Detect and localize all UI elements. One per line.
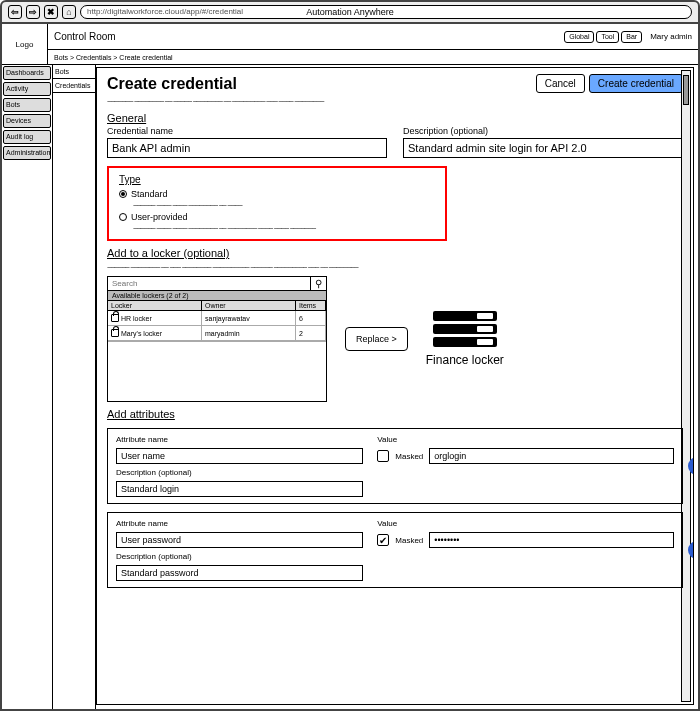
attr-desc-input[interactable] <box>116 481 363 497</box>
attr-value-input[interactable] <box>429 448 674 464</box>
replace-button[interactable]: Replace > <box>345 327 408 351</box>
locker-row[interactable]: Mary's locker <box>108 326 202 341</box>
tab-credentials[interactable]: Credentials <box>53 79 95 93</box>
browser-toolbar: ⇦ ⇨ ✖ ⌂ http://digitalworkforce.cloud/ap… <box>0 0 700 24</box>
radio-user-provided[interactable] <box>119 213 127 221</box>
create-credential-button[interactable]: Create credential <box>589 74 683 93</box>
back-icon[interactable]: ⇦ <box>8 5 22 19</box>
attr-name-label: Attribute name <box>116 435 363 444</box>
credential-name-input[interactable] <box>107 138 387 158</box>
close-icon[interactable]: ✖ <box>44 5 58 19</box>
credential-name-label: Credential name <box>107 126 387 136</box>
attr-desc-label: Description (optional) <box>116 552 363 561</box>
masked-label: Masked <box>395 536 423 545</box>
control-room-label: Control Room <box>54 31 116 42</box>
masked-checkbox[interactable]: ✔ <box>377 534 389 546</box>
nav-activity[interactable]: Activity <box>3 82 51 96</box>
section-locker: Add to a locker (optional) <box>107 247 683 259</box>
radio-user-provided-label: User-provided <box>131 212 188 222</box>
main-panel: Create credential Cancel Create credenti… <box>96 67 694 705</box>
value-label: Value <box>377 435 674 444</box>
toolbar-pills: Global Tool Bar <box>564 31 642 43</box>
left-nav: Dashboards Activity Bots Devices Audit l… <box>2 65 52 709</box>
window-title: Automation Anywhere <box>306 7 394 17</box>
section-general: General <box>107 112 683 124</box>
pill-tool[interactable]: Tool <box>596 31 619 43</box>
server-icon <box>433 311 497 347</box>
attr-name-input[interactable] <box>116 532 363 548</box>
scrollbar-thumb[interactable] <box>683 75 689 105</box>
home-icon[interactable]: ⌂ <box>62 5 76 19</box>
forward-icon[interactable]: ⇨ <box>26 5 40 19</box>
col-owner: Owner <box>202 301 296 311</box>
placeholder-text: ~~~~~~ ~~~~~~~~ ~~ ~~~ ~~~~~~~~ ~~~~~~~~… <box>107 263 683 272</box>
nav-audit-log[interactable]: Audit log <box>3 130 51 144</box>
col-locker: Locker <box>108 301 202 311</box>
nav-bots[interactable]: Bots <box>3 98 51 112</box>
logo: Logo <box>2 24 48 64</box>
current-user[interactable]: Mary admin <box>650 32 692 41</box>
radio-standard[interactable] <box>119 190 127 198</box>
available-lockers-count: Available lockers (2 of 2) <box>108 291 326 301</box>
locker-row[interactable]: HR locker <box>108 311 202 326</box>
scrollbar[interactable] <box>681 70 691 702</box>
lock-icon <box>111 329 119 337</box>
pill-global[interactable]: Global <box>564 31 594 43</box>
attr-name-label: Attribute name <box>116 519 363 528</box>
pill-bar[interactable]: Bar <box>621 31 642 43</box>
selected-locker-name: Finance locker <box>426 353 504 367</box>
section-attributes: Add attributes <box>107 408 683 420</box>
masked-checkbox[interactable] <box>377 450 389 462</box>
breadcrumb: Bots > Credentials > Create credential <box>48 50 698 64</box>
available-lockers-panel: ⚲ Available lockers (2 of 2) Locker Owne… <box>107 276 327 402</box>
selected-locker: Finance locker <box>426 311 504 367</box>
attr-desc-input[interactable] <box>116 565 363 581</box>
col-items: Items <box>296 301 326 311</box>
radio-standard-label: Standard <box>131 189 168 199</box>
description-label: Description (optional) <box>403 126 683 136</box>
placeholder-text: ~~~~~~~ ~~~~~~~~ ~~ ~~~~~ ~~~~~~~~ ~~ ~~… <box>107 97 683 106</box>
nav-dashboards[interactable]: Dashboards <box>3 66 51 80</box>
placeholder-text: ~~~~~~ ~~~~ ~~~~ ~~~~~~~~ ~~ ~~~~ <box>133 201 435 210</box>
app-frame: Logo Control Room Global Tool Bar Mary a… <box>0 24 700 711</box>
sub-tabs: Bots Credentials <box>52 65 96 709</box>
locker-search-input[interactable] <box>108 277 310 290</box>
search-icon[interactable]: ⚲ <box>310 277 326 290</box>
lock-icon <box>111 314 119 322</box>
tab-bots[interactable]: Bots <box>53 65 95 79</box>
type-section-highlight: Type Standard ~~~~~~ ~~~~ ~~~~ ~~~~~~~~ … <box>107 166 447 241</box>
empty-rows <box>108 341 326 401</box>
nav-devices[interactable]: Devices <box>3 114 51 128</box>
attr-value-input[interactable] <box>429 532 674 548</box>
attr-desc-label: Description (optional) <box>116 468 363 477</box>
cancel-button[interactable]: Cancel <box>536 74 585 93</box>
type-heading: Type <box>119 174 435 185</box>
nav-administration[interactable]: Administration <box>3 146 51 160</box>
attribute-row: Attribute name Description (optional) Va… <box>107 428 683 504</box>
attr-name-input[interactable] <box>116 448 363 464</box>
page-title: Create credential <box>107 75 237 93</box>
masked-label: Masked <box>395 452 423 461</box>
value-label: Value <box>377 519 674 528</box>
description-input[interactable] <box>403 138 683 158</box>
placeholder-text: ~~~~~~ ~~~~ ~~~~ ~~~~~~~~ ~~ ~~~~~~~~ ~~… <box>133 224 435 233</box>
attribute-row: Attribute name Description (optional) Va… <box>107 512 683 588</box>
